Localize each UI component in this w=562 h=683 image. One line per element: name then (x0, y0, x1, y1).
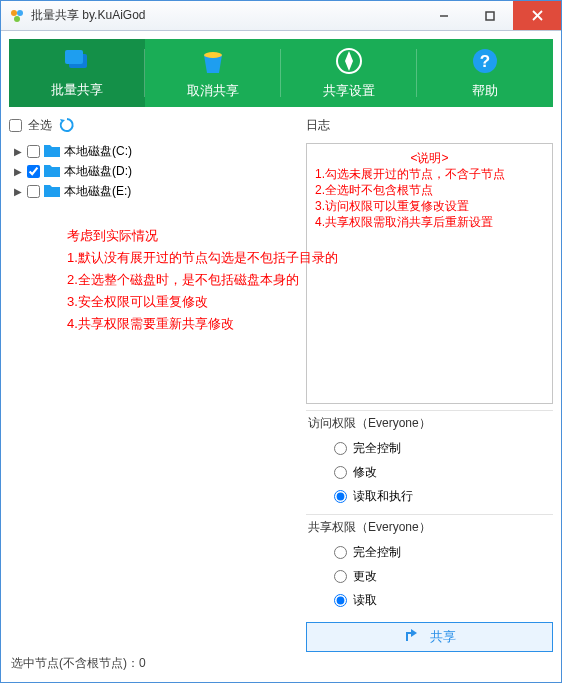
access-perm-title: 访问权限（Everyone） (306, 410, 553, 436)
radio-label: 读取和执行 (353, 488, 413, 505)
help-icon: ? (471, 47, 499, 78)
share-icon (404, 628, 420, 647)
tab-batch-share[interactable]: 批量共享 (9, 39, 145, 107)
tree-checkbox[interactable] (27, 165, 40, 178)
tree-item-disk-d[interactable]: ▶ 本地磁盘(D:) (9, 161, 300, 181)
radio-label: 修改 (353, 464, 377, 481)
expand-icon[interactable]: ▶ (13, 146, 23, 157)
log-box: <说明> 1.勾选未展开过的节点，不含子节点 2.全选时不包含根节点 3.访问权… (306, 143, 553, 404)
radio-label: 更改 (353, 568, 377, 585)
radio-input[interactable] (334, 490, 347, 503)
tree-item-disk-c[interactable]: ▶ 本地磁盘(C:) (9, 141, 300, 161)
access-permission-group: 访问权限（Everyone） 完全控制 修改 读取和执行 (306, 410, 553, 508)
folder-icon (44, 144, 60, 158)
tree-item-disk-e[interactable]: ▶ 本地磁盘(E:) (9, 181, 300, 201)
note-line: 2.全选整个磁盘时，是不包括磁盘本身的 (67, 269, 338, 291)
svg-point-9 (204, 52, 222, 58)
left-notes: 考虑到实际情况 1.默认没有展开过的节点勾选是不包括子目录的 2.全选整个磁盘时… (67, 225, 338, 335)
share-button[interactable]: 共享 (306, 622, 553, 652)
log-title: <说明> (315, 150, 544, 166)
access-perm-option-modify[interactable]: 修改 (306, 460, 553, 484)
tree-item-label: 本地磁盘(E:) (64, 183, 131, 200)
folder-icon (44, 184, 60, 198)
svg-point-0 (11, 10, 17, 16)
status-text: 选中节点(不含根节点)：0 (11, 655, 146, 672)
left-column: 全选 ▶ 本地磁盘(C:) (9, 113, 300, 652)
share-perm-option-change[interactable]: 更改 (306, 564, 553, 588)
tab-cancel-share[interactable]: 取消共享 (145, 39, 281, 107)
expand-icon[interactable]: ▶ (13, 166, 23, 177)
compass-icon (335, 47, 363, 78)
tree-item-label: 本地磁盘(D:) (64, 163, 132, 180)
tree-checkbox[interactable] (27, 145, 40, 158)
tree-item-label: 本地磁盘(C:) (64, 143, 132, 160)
folders-icon (62, 48, 92, 77)
radio-input[interactable] (334, 594, 347, 607)
tab-label: 批量共享 (51, 81, 103, 99)
app-window: 批量共享 by.KuAiGod 批量共享 (0, 0, 562, 683)
note-heading: 考虑到实际情况 (67, 225, 338, 247)
radio-label: 完全控制 (353, 544, 401, 561)
svg-point-1 (17, 10, 23, 16)
tab-bar: 批量共享 取消共享 共享设置 (9, 39, 553, 107)
note-line: 4.共享权限需要重新共享修改 (67, 313, 338, 335)
svg-rect-4 (486, 12, 494, 20)
tree-checkbox[interactable] (27, 185, 40, 198)
expand-icon[interactable]: ▶ (13, 186, 23, 197)
body-columns: 全选 ▶ 本地磁盘(C:) (9, 113, 553, 652)
select-all-label: 全选 (28, 117, 52, 134)
note-line: 3.安全权限可以重复修改 (67, 291, 338, 313)
note-line: 1.默认没有展开过的节点勾选是不包括子目录的 (67, 247, 338, 269)
tab-help[interactable]: ? 帮助 (417, 39, 553, 107)
tab-label: 取消共享 (187, 82, 239, 100)
disk-tree: ▶ 本地磁盘(C:) ▶ 本地磁盘(D:) (9, 137, 300, 652)
tab-share-settings[interactable]: 共享设置 (281, 39, 417, 107)
tab-label: 帮助 (472, 82, 498, 100)
maximize-button[interactable] (467, 1, 513, 30)
refresh-button[interactable] (58, 116, 76, 134)
svg-text:?: ? (480, 52, 490, 71)
access-perm-option-read-exec[interactable]: 读取和执行 (306, 484, 553, 508)
right-column: 日志 <说明> 1.勾选未展开过的节点，不含子节点 2.全选时不包含根节点 3.… (306, 113, 553, 652)
radio-input[interactable] (334, 570, 347, 583)
share-button-label: 共享 (430, 628, 456, 646)
log-line: 4.共享权限需取消共享后重新设置 (315, 214, 544, 230)
radio-input[interactable] (334, 466, 347, 479)
close-button[interactable] (513, 1, 561, 30)
trash-icon (200, 47, 226, 78)
log-section-label: 日志 (306, 113, 553, 137)
log-line: 3.访问权限可以重复修改设置 (315, 198, 544, 214)
content-area: 批量共享 取消共享 共享设置 (1, 31, 561, 682)
log-line: 2.全选时不包含根节点 (315, 182, 544, 198)
share-permission-group: 共享权限（Everyone） 完全控制 更改 读取 (306, 514, 553, 612)
status-bar: 选中节点(不含根节点)：0 (9, 652, 553, 674)
title-bar: 批量共享 by.KuAiGod (1, 1, 561, 31)
tree-toolbar: 全选 (9, 113, 300, 137)
folder-icon (44, 164, 60, 178)
share-perm-option-full[interactable]: 完全控制 (306, 540, 553, 564)
window-controls (421, 1, 561, 30)
svg-rect-8 (65, 50, 83, 64)
radio-input[interactable] (334, 546, 347, 559)
tab-label: 共享设置 (323, 82, 375, 100)
log-line: 1.勾选未展开过的节点，不含子节点 (315, 166, 544, 182)
app-icon (9, 8, 25, 24)
radio-label: 完全控制 (353, 440, 401, 457)
share-perm-option-read[interactable]: 读取 (306, 588, 553, 612)
minimize-button[interactable] (421, 1, 467, 30)
svg-point-2 (14, 16, 20, 22)
share-perm-title: 共享权限（Everyone） (306, 514, 553, 540)
window-title: 批量共享 by.KuAiGod (31, 7, 421, 24)
select-all-checkbox[interactable] (9, 119, 22, 132)
radio-input[interactable] (334, 442, 347, 455)
access-perm-option-full[interactable]: 完全控制 (306, 436, 553, 460)
radio-label: 读取 (353, 592, 377, 609)
